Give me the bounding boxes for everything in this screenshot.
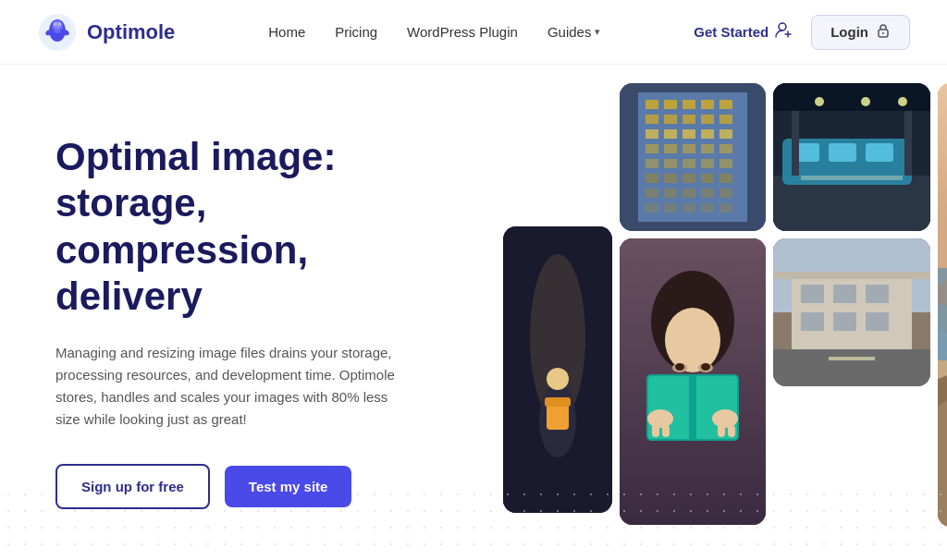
get-started-label: Get Started: [694, 24, 769, 40]
svg-rect-103: [773, 272, 930, 279]
svg-rect-46: [701, 159, 714, 168]
login-label: Login: [830, 24, 868, 40]
collage-image-coast: [938, 83, 947, 527]
nav-wordpress-plugin[interactable]: WordPress Plugin: [407, 24, 518, 40]
person-add-icon: [774, 20, 793, 43]
svg-rect-86: [689, 375, 696, 440]
svg-rect-53: [646, 189, 658, 198]
svg-rect-29: [664, 115, 677, 124]
svg-rect-31: [701, 115, 714, 124]
svg-rect-55: [683, 189, 695, 198]
nav-guides[interactable]: Guides ▾: [547, 24, 601, 40]
svg-rect-60: [683, 203, 695, 213]
svg-point-14: [882, 32, 884, 34]
svg-rect-39: [664, 144, 677, 153]
svg-rect-43: [646, 159, 658, 168]
svg-rect-51: [701, 174, 714, 183]
svg-rect-99: [866, 285, 889, 303]
svg-rect-68: [829, 143, 856, 162]
svg-point-9: [59, 23, 60, 24]
svg-rect-69: [866, 143, 893, 162]
svg-rect-35: [683, 129, 695, 139]
svg-point-10: [779, 23, 786, 30]
svg-rect-36: [701, 129, 714, 139]
svg-rect-50: [683, 174, 695, 183]
svg-rect-97: [801, 285, 824, 303]
svg-rect-41: [701, 144, 714, 153]
svg-rect-57: [719, 189, 732, 198]
signup-button[interactable]: Sign up for free: [55, 464, 210, 509]
collage-image-person-dark: [503, 226, 612, 513]
svg-rect-27: [719, 100, 732, 109]
hero-title: Optimal image: storage, compression, del…: [55, 134, 453, 321]
logo-icon: [37, 12, 78, 53]
svg-rect-20: [545, 397, 571, 407]
svg-rect-98: [833, 285, 856, 303]
chevron-down-icon: ▾: [595, 26, 600, 38]
svg-rect-90: [662, 425, 670, 437]
hero-section: Optimal image: storage, compression, del…: [0, 65, 453, 560]
nav-pricing[interactable]: Pricing: [335, 24, 377, 40]
svg-rect-40: [683, 144, 695, 153]
hero-description: Managing and resizing image files drains…: [55, 342, 416, 431]
svg-rect-24: [664, 100, 677, 109]
svg-rect-42: [719, 144, 732, 153]
svg-rect-26: [701, 100, 714, 109]
svg-rect-91: [718, 423, 725, 437]
svg-rect-52: [719, 174, 732, 183]
header: Optimole Home Pricing WordPress Plugin G…: [0, 0, 947, 65]
nav-home[interactable]: Home: [268, 24, 305, 40]
svg-rect-48: [646, 174, 658, 183]
svg-rect-89: [652, 423, 659, 437]
svg-point-82: [675, 363, 684, 371]
svg-point-18: [547, 368, 569, 390]
svg-rect-112: [938, 333, 947, 360]
svg-rect-47: [719, 159, 732, 168]
lock-icon: [876, 23, 891, 42]
svg-point-83: [701, 363, 710, 371]
svg-rect-95: [773, 349, 930, 386]
svg-point-79: [665, 308, 720, 372]
svg-rect-37: [719, 129, 732, 139]
svg-rect-28: [646, 115, 658, 124]
svg-rect-65: [773, 83, 930, 111]
svg-rect-71: [792, 111, 799, 176]
login-button[interactable]: Login: [811, 15, 910, 50]
svg-rect-23: [646, 100, 658, 109]
svg-rect-102: [866, 312, 889, 331]
svg-rect-32: [719, 115, 732, 124]
main-content: Optimal image: storage, compression, del…: [0, 65, 947, 560]
svg-rect-44: [664, 159, 677, 168]
svg-point-73: [815, 97, 824, 106]
svg-rect-30: [683, 115, 695, 124]
header-actions: Get Started Login: [694, 15, 910, 50]
test-site-button[interactable]: Test my site: [225, 466, 352, 507]
svg-point-75: [898, 97, 907, 106]
cta-buttons: Sign up for free Test my site: [55, 464, 453, 509]
svg-rect-22: [638, 92, 747, 222]
svg-rect-101: [833, 312, 856, 331]
svg-rect-56: [701, 189, 714, 198]
svg-rect-58: [646, 203, 658, 213]
svg-rect-92: [728, 425, 735, 437]
svg-rect-34: [664, 129, 677, 139]
svg-point-88: [712, 409, 738, 428]
svg-rect-45: [683, 159, 695, 168]
svg-rect-25: [683, 100, 695, 109]
svg-rect-38: [646, 144, 658, 153]
collage-image-building: [620, 83, 766, 231]
svg-rect-100: [801, 312, 824, 331]
get-started-link[interactable]: Get Started: [694, 20, 793, 43]
logo[interactable]: Optimole: [37, 12, 175, 53]
svg-rect-72: [904, 111, 912, 176]
svg-rect-54: [664, 189, 677, 198]
svg-point-87: [647, 409, 673, 428]
collage-image-portrait: [620, 238, 766, 525]
logo-text: Optimole: [87, 20, 175, 44]
svg-rect-61: [701, 203, 714, 213]
collage-image-subway: [773, 83, 930, 231]
svg-rect-49: [664, 174, 677, 183]
main-nav: Home Pricing WordPress Plugin Guides ▾: [268, 24, 600, 40]
svg-rect-62: [719, 203, 732, 213]
svg-rect-59: [664, 203, 677, 213]
